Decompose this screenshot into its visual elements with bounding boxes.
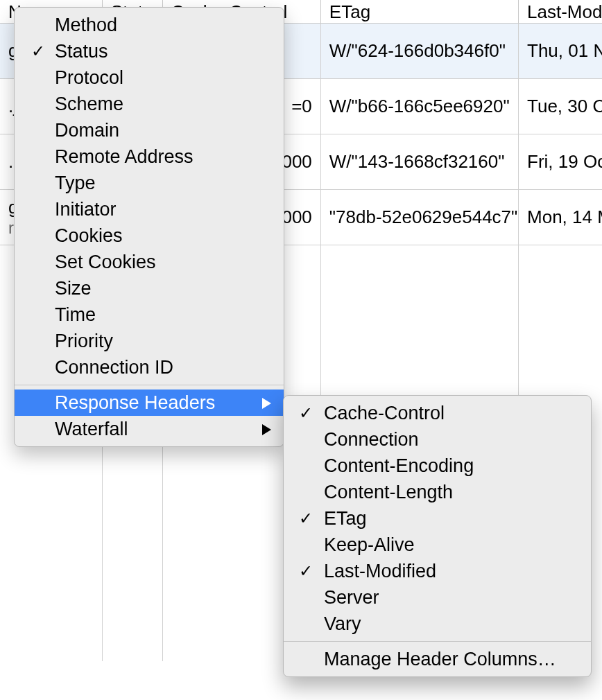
- submenu-item-manage-header-columns[interactable]: Manage Header Columns…: [284, 646, 591, 672]
- column-header-etag[interactable]: ETag: [321, 0, 519, 24]
- submenu-item-label: Server: [324, 587, 379, 608]
- submenu-item-content-length[interactable]: Content-Length: [284, 479, 591, 505]
- cell-etag: W/"143-1668cf32160": [321, 134, 519, 189]
- menu-item-waterfall[interactable]: Waterfall: [15, 416, 284, 442]
- menu-item-priority[interactable]: Priority: [15, 328, 284, 354]
- submenu-item-label: Content-Encoding: [324, 455, 474, 476]
- submenu-item-etag[interactable]: ✓ETag: [284, 505, 591, 532]
- menu-separator: [284, 641, 591, 642]
- menu-item-cookies[interactable]: Cookies: [15, 222, 284, 249]
- cell-last: Mon, 14 M: [519, 190, 602, 245]
- menu-item-set-cookies[interactable]: Set Cookies: [15, 249, 284, 275]
- submenu-item-label: Connection: [324, 429, 419, 450]
- submenu-item-keep-alive[interactable]: Keep-Alive: [284, 532, 591, 558]
- menu-item-label: Scheme: [55, 94, 123, 114]
- submenu-item-label: Content-Length: [324, 482, 453, 502]
- cell-last: Fri, 19 Oc: [519, 134, 602, 189]
- menu-item-scheme[interactable]: Scheme: [15, 91, 284, 117]
- menu-item-label: Domain: [55, 120, 119, 141]
- submenu-item-cache-control[interactable]: ✓Cache-Control: [284, 400, 591, 426]
- submenu-arrow-icon: [262, 416, 271, 442]
- cell-last: Tue, 30 O: [519, 79, 602, 134]
- menu-item-label: Waterfall: [55, 419, 128, 439]
- menu-item-response-headers[interactable]: Response Headers: [15, 390, 284, 416]
- menu-item-label: Time: [55, 304, 96, 325]
- menu-item-label: Set Cookies: [55, 252, 156, 272]
- menu-item-label: Connection ID: [55, 357, 173, 378]
- menu-item-status[interactable]: ✓Status: [15, 38, 284, 64]
- cell-etag: W/"624-166d0b346f0": [321, 24, 519, 78]
- menu-item-size[interactable]: Size: [15, 275, 284, 301]
- submenu-item-connection[interactable]: Connection: [284, 426, 591, 453]
- menu-item-label: Initiator: [55, 199, 117, 220]
- submenu-arrow-icon: [262, 390, 271, 416]
- submenu-item-label: Keep-Alive: [324, 534, 415, 555]
- menu-item-initiator[interactable]: Initiator: [15, 196, 284, 222]
- submenu-item-label: Manage Header Columns…: [324, 649, 556, 670]
- cell-last: Thu, 01 N: [519, 24, 602, 78]
- menu-item-label: Status: [55, 41, 108, 62]
- menu-item-label: Priority: [55, 331, 113, 351]
- submenu-item-label: Cache-Control: [324, 403, 445, 423]
- menu-item-label: Cookies: [55, 225, 123, 246]
- response-headers-submenu[interactable]: ✓Cache-ControlConnectionContent-Encoding…: [283, 395, 592, 677]
- column-header-last[interactable]: Last-Mod: [519, 0, 602, 24]
- menu-item-time[interactable]: Time: [15, 301, 284, 328]
- menu-item-label: Size: [55, 278, 92, 299]
- menu-item-label: Protocol: [55, 67, 123, 88]
- menu-item-protocol[interactable]: Protocol: [15, 64, 284, 91]
- check-icon: ✓: [299, 400, 313, 426]
- check-icon: ✓: [31, 38, 45, 64]
- submenu-item-vary[interactable]: Vary: [284, 611, 591, 637]
- menu-item-label: Type: [55, 173, 96, 193]
- submenu-item-label: ETag: [324, 508, 367, 529]
- cell-etag: W/"b66-166c5ee6920": [321, 79, 519, 134]
- menu-item-method[interactable]: Method: [15, 12, 284, 38]
- submenu-item-content-encoding[interactable]: Content-Encoding: [284, 453, 591, 479]
- cell-etag: "78db-52e0629e544c7": [321, 190, 519, 245]
- menu-item-type[interactable]: Type: [15, 170, 284, 196]
- menu-item-label: Response Headers: [55, 392, 215, 413]
- column-context-menu[interactable]: Method✓StatusProtocolSchemeDomainRemote …: [14, 7, 284, 447]
- menu-separator: [15, 385, 284, 385]
- menu-item-label: Method: [55, 15, 117, 35]
- menu-item-label: Remote Address: [55, 146, 194, 167]
- submenu-item-last-modified[interactable]: ✓Last-Modified: [284, 558, 591, 584]
- submenu-item-label: Last-Modified: [324, 561, 436, 581]
- check-icon: ✓: [299, 505, 313, 532]
- submenu-item-server[interactable]: Server: [284, 584, 591, 611]
- menu-item-connection-id[interactable]: Connection ID: [15, 354, 284, 380]
- submenu-item-label: Vary: [324, 613, 361, 634]
- menu-item-domain[interactable]: Domain: [15, 117, 284, 143]
- check-icon: ✓: [299, 558, 313, 584]
- menu-item-remote-address[interactable]: Remote Address: [15, 143, 284, 170]
